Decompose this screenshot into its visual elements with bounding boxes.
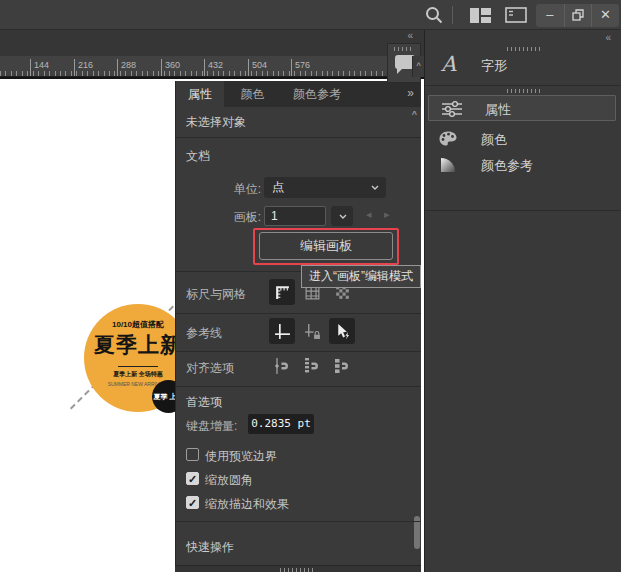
no-selection-header: 未选择对象	[186, 114, 246, 131]
panel-drag-handle[interactable]	[394, 47, 414, 51]
guides-label: 参考线	[186, 325, 222, 342]
chevron-down-icon	[371, 185, 379, 190]
sliders-icon	[441, 100, 463, 118]
tab-color[interactable]: 颜色	[228, 81, 276, 107]
units-row: 单位: 点	[176, 177, 422, 199]
search-icon[interactable]	[424, 5, 444, 25]
units-value: 点	[272, 177, 284, 198]
palette-icon	[437, 130, 459, 148]
prev-artboard-arrow[interactable]: ◂	[366, 208, 372, 221]
panel-resize-handle[interactable]	[175, 565, 421, 572]
artboard-row: 画板: 1 ◂ ▸	[176, 206, 422, 228]
units-label: 单位:	[181, 181, 261, 198]
scale-corners-checkbox[interactable]: ✓	[186, 472, 199, 485]
window-controls: – ✕	[536, 4, 619, 27]
quick-actions-header: 快速操作	[186, 539, 234, 556]
collapse-panels-icon[interactable]: «	[605, 32, 611, 43]
tab-properties[interactable]: 属性	[176, 81, 224, 107]
artboard-value-field[interactable]: 1	[264, 206, 326, 226]
sidebar-item-color-guide[interactable]: 颜色参考	[425, 152, 621, 178]
illustrator-window: – ✕ 144 216 288 360 432 504 576 ^ 10/10超…	[0, 0, 621, 572]
tutorial-highlight-box	[253, 228, 399, 265]
properties-panel-group: 属性 颜色	[425, 86, 621, 211]
divider	[176, 313, 421, 314]
snap-options-label: 对齐选项	[186, 360, 234, 377]
show-guides-icon[interactable]	[269, 318, 295, 344]
sidebar-item-label: 颜色	[481, 131, 507, 149]
divider	[176, 351, 421, 352]
collapse-panel-icon[interactable]: «	[407, 30, 413, 41]
ruler-tick-label: 576	[295, 60, 310, 70]
app-title-bar: – ✕	[0, 0, 621, 30]
artboard-dropdown-button[interactable]	[331, 206, 353, 226]
snap-to-pixel-icon[interactable]	[329, 353, 355, 379]
minimize-button[interactable]: –	[536, 4, 564, 27]
scroll-up-arrow[interactable]: ^	[412, 56, 424, 77]
sidebar-item-label: 颜色参考	[481, 157, 533, 175]
toolbar-separator	[452, 6, 453, 24]
document-section-header: 文档	[186, 148, 210, 165]
ruler-tick-label: 504	[252, 60, 267, 70]
glyphs-panel-group: A 字形	[425, 44, 621, 86]
close-button[interactable]: ✕	[591, 4, 619, 27]
panel-tab-bar: 属性 颜色 颜色参考 »	[176, 81, 421, 107]
next-artboard-arrow[interactable]: ▸	[384, 208, 390, 221]
workspace-switcher-icon[interactable]	[505, 7, 527, 23]
show-rulers-icon[interactable]	[269, 279, 295, 305]
divider	[176, 137, 421, 138]
ruler-tick-label: 144	[34, 60, 49, 70]
keyboard-increment-field[interactable]: 0.2835 pt	[248, 414, 314, 434]
properties-panel: 属性 颜色 颜色参考 » ^ 未选择对象 文档 单位: 点 画板: 1 ◂ ▸	[175, 81, 421, 565]
panel-scroll-up-arrow[interactable]: ^	[412, 109, 417, 119]
divider	[176, 386, 421, 387]
artwork-divider-line	[118, 366, 158, 367]
keyboard-increment-label: 键盘增量:	[186, 418, 237, 435]
edit-artboards-tooltip: 进入“画板”编辑模式	[301, 265, 421, 288]
snap-to-grid-icon[interactable]	[299, 353, 325, 379]
snap-to-point-icon[interactable]	[269, 353, 295, 379]
panel-drag-handle[interactable]	[507, 47, 541, 51]
restore-button[interactable]	[564, 4, 592, 27]
rulers-grids-label: 标尺与网格	[186, 286, 246, 303]
arrange-documents-icon[interactable]	[470, 8, 491, 23]
ruler-tick-label: 216	[78, 60, 93, 70]
artboard-label: 画板:	[181, 209, 261, 226]
preferences-header: 首选项	[186, 394, 222, 411]
sidebar-item-properties[interactable]: 属性	[428, 95, 616, 121]
glyphs-icon: A	[441, 52, 456, 76]
ruler-tick-label: 432	[208, 60, 223, 70]
glyphs-panel-label[interactable]: 字形	[481, 57, 507, 75]
units-dropdown[interactable]: 点	[264, 177, 386, 198]
use-preview-bounds-label: 使用预览边界	[205, 448, 277, 465]
panel-menu-icon[interactable]: »	[407, 81, 412, 107]
chevron-down-icon	[339, 214, 347, 219]
smart-guides-icon[interactable]	[329, 318, 355, 344]
divider	[176, 521, 421, 522]
ruler-tick-label: 288	[121, 60, 136, 70]
panel-drag-handle[interactable]	[507, 89, 541, 93]
scale-strokes-effects-label: 缩放描边和效果	[205, 496, 289, 513]
scale-corners-label: 缩放圆角	[205, 472, 253, 489]
color-guide-icon	[437, 156, 459, 174]
tab-color-guide[interactable]: 颜色参考	[281, 81, 353, 107]
lock-guides-icon[interactable]	[299, 318, 325, 344]
horizontal-ruler[interactable]: 144 216 288 360 432 504 576	[0, 56, 424, 77]
ruler-tick-label: 360	[165, 60, 180, 70]
scale-strokes-effects-checkbox[interactable]: ✓	[186, 496, 199, 509]
sidebar-item-color[interactable]: 颜色	[425, 126, 621, 152]
sidebar-item-label: 属性	[485, 101, 511, 119]
right-panel-dock: « A 字形 属性	[424, 30, 621, 572]
use-preview-bounds-checkbox[interactable]	[186, 448, 199, 461]
pasteboard-strip	[0, 30, 424, 56]
